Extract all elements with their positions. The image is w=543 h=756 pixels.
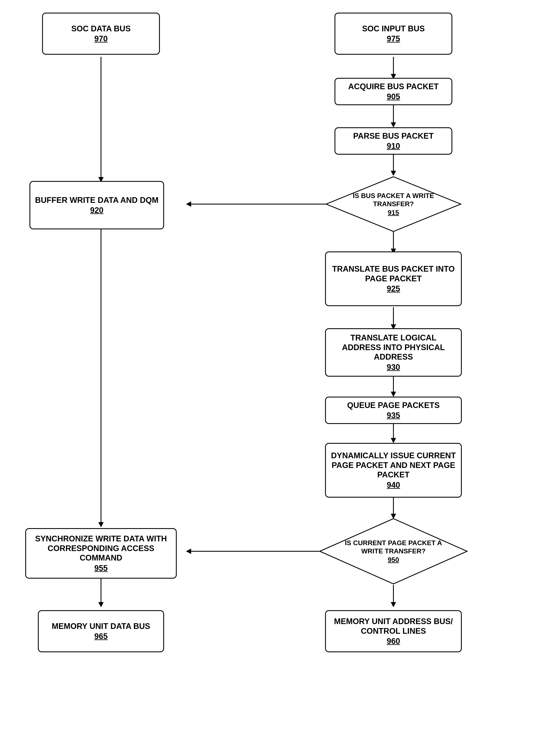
flowchart: SOC DATA BUS 970 SOC INPUT BUS 975 ACQUI… xyxy=(0,0,543,756)
svg-marker-19 xyxy=(186,549,191,554)
svg-marker-3 xyxy=(391,122,396,127)
acquire-bus-packet-label: ACQUIRE BUS PACKET xyxy=(348,82,439,92)
soc-input-bus-num: 975 xyxy=(387,34,400,43)
translate-logical-box: TRANSLATE LOGICAL ADDRESS INTO PHYSICAL … xyxy=(325,328,462,377)
queue-page-packets-num: 935 xyxy=(387,411,400,420)
memory-unit-address-label: MEMORY UNIT ADDRESS BUS/ CONTROL LINES xyxy=(330,617,457,636)
svg-marker-25 xyxy=(98,522,104,527)
queue-page-packets-label: QUEUE PAGE PACKETS xyxy=(347,401,440,410)
dynamically-issue-label: DYNAMICALLY ISSUE CURRENT PAGE PACKET AN… xyxy=(330,451,457,480)
memory-unit-address-box: MEMORY UNIT ADDRESS BUS/ CONTROL LINES 9… xyxy=(325,610,462,652)
svg-marker-15 xyxy=(391,438,396,443)
acquire-bus-packet-num: 905 xyxy=(387,92,400,101)
parse-bus-packet-label: PARSE BUS PACKET xyxy=(353,131,434,141)
translate-logical-label: TRANSLATE LOGICAL ADDRESS INTO PHYSICAL … xyxy=(330,333,457,362)
svg-marker-27 xyxy=(98,602,104,607)
buffer-write-data-num: 920 xyxy=(90,206,103,215)
synchronize-write-num: 955 xyxy=(94,564,108,573)
memory-unit-data-bus-box: MEMORY UNIT DATA BUS 965 xyxy=(38,610,164,652)
translate-bus-packet-num: 925 xyxy=(387,284,400,293)
queue-page-packets-box: QUEUE PAGE PACKETS 935 xyxy=(325,397,462,424)
is-write-transfer-num: 915 xyxy=(388,209,399,217)
is-current-write-label: IS CURRENT PAGE PACKET A WRITE TRANSFER? xyxy=(318,539,469,555)
soc-input-bus-box: SOC INPUT BUS 975 xyxy=(335,13,452,55)
buffer-write-data-label: BUFFER WRITE DATA AND DQM xyxy=(35,195,159,205)
svg-marker-13 xyxy=(391,392,396,397)
buffer-write-data-box: BUFFER WRITE DATA AND DQM 920 xyxy=(29,181,164,229)
is-current-write-diamond: IS CURRENT PAGE PACKET A WRITE TRANSFER?… xyxy=(318,517,469,586)
svg-marker-7 xyxy=(186,202,191,207)
translate-bus-packet-box: TRANSLATE BUS PACKET INTO PAGE PACKET 92… xyxy=(325,251,462,306)
parse-bus-packet-num: 910 xyxy=(387,142,400,151)
translate-logical-num: 930 xyxy=(387,363,400,372)
soc-data-bus-box: SOC DATA BUS 970 xyxy=(42,13,160,55)
dynamically-issue-num: 940 xyxy=(387,481,400,490)
synchronize-write-box: SYNCHRONIZE WRITE DATA WITH CORRESPONDIN… xyxy=(25,528,177,579)
acquire-bus-packet-box: ACQUIRE BUS PACKET 905 xyxy=(335,78,452,105)
memory-unit-data-bus-label: MEMORY UNIT DATA BUS xyxy=(52,622,150,631)
parse-bus-packet-box: PARSE BUS PACKET 910 xyxy=(335,127,452,155)
dynamically-issue-box: DYNAMICALLY ISSUE CURRENT PAGE PACKET AN… xyxy=(325,443,462,498)
is-write-transfer-label: IS BUS PACKET A WRITE TRANSFER? xyxy=(324,192,463,208)
soc-data-bus-num: 970 xyxy=(94,34,108,43)
is-write-transfer-diamond: IS BUS PACKET A WRITE TRANSFER? 915 xyxy=(324,175,463,234)
is-current-write-num: 950 xyxy=(388,556,399,564)
memory-unit-address-num: 960 xyxy=(387,637,400,646)
synchronize-write-label: SYNCHRONIZE WRITE DATA WITH CORRESPONDIN… xyxy=(30,534,172,563)
memory-unit-data-bus-num: 965 xyxy=(94,632,108,641)
svg-marker-21 xyxy=(391,602,396,607)
soc-data-bus-label: SOC DATA BUS xyxy=(71,24,131,34)
soc-input-bus-label: SOC INPUT BUS xyxy=(362,24,425,34)
translate-bus-packet-label: TRANSLATE BUS PACKET INTO PAGE PACKET xyxy=(330,264,457,283)
